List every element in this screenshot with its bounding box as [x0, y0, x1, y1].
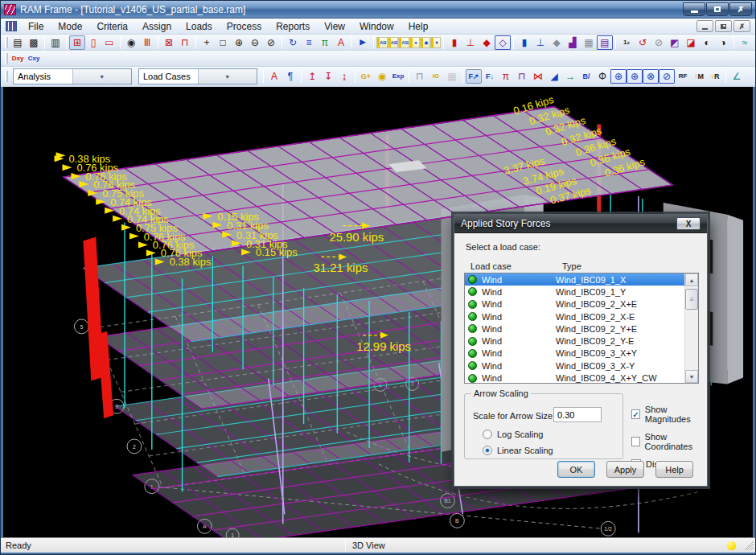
solid-red-icon[interactable]: ◆: [479, 35, 495, 50]
menu-assign[interactable]: Assign: [136, 19, 178, 34]
report-icon[interactable]: ▥: [47, 35, 64, 50]
assign-pointer-icon[interactable]: ▶: [355, 35, 371, 50]
ruler-labels-up-icon[interactable]: AB: [388, 37, 399, 48]
scrollbar-thumb[interactable]: ≡: [685, 289, 698, 310]
list-item[interactable]: WindWind_IBC09_2_X+E: [465, 298, 684, 310]
list-item[interactable]: WindWind_IBC09_2_Y+E: [465, 323, 684, 335]
mdi-restore-button[interactable]: [715, 20, 732, 32]
dialog-title-bar[interactable]: Applied Story Forces X: [454, 215, 707, 233]
help-button[interactable]: Help: [655, 461, 693, 478]
annotate-icon[interactable]: A: [266, 69, 282, 84]
dialog-close-button[interactable]: X: [676, 217, 701, 230]
list-item[interactable]: WindWind_IBC09_2_Y-E: [465, 335, 684, 347]
deck-icon[interactable]: ▤: [597, 35, 613, 50]
support-blue-icon[interactable]: ⊥: [532, 35, 549, 50]
frame-load-both-icon[interactable]: ↨: [336, 69, 352, 84]
table-red-icon[interactable]: π: [498, 69, 514, 84]
number-nodes-icon[interactable]: 1₂: [618, 35, 635, 50]
wall-red-icon[interactable]: ▮: [446, 35, 462, 50]
ruler-nodes-all-icon[interactable]: ◆: [420, 37, 430, 48]
mdi-minimize-button[interactable]: [696, 20, 713, 32]
zoom-out-icon[interactable]: ⊖: [247, 35, 263, 50]
frame-load-up-icon[interactable]: ↥: [304, 69, 320, 84]
menu-mode[interactable]: Mode: [51, 19, 88, 34]
list-item[interactable]: WindWind_IBC09_2_X-E: [465, 310, 684, 323]
mdi-close-button[interactable]: ✗: [733, 20, 750, 32]
load-case-listbox[interactable]: WindWind_IBC09_1_X WindWind_IBC09_1_Y Wi…: [464, 273, 699, 384]
slope-icon[interactable]: ∠: [729, 69, 745, 84]
chevron-down-icon[interactable]: ▼: [72, 69, 132, 84]
view-corner-icon[interactable]: ◩: [667, 35, 683, 50]
view-3d-icon[interactable]: ⊞: [69, 35, 85, 50]
mesh-icon[interactable]: ▦: [581, 35, 597, 50]
menu-help[interactable]: Help: [402, 19, 435, 34]
list-scrollbar[interactable]: ▲ ≡ ▼: [684, 273, 698, 383]
menu-window[interactable]: Window: [353, 19, 401, 34]
rotate-disabled-icon[interactable]: ⊘: [651, 35, 667, 50]
menu-loads[interactable]: Loads: [179, 19, 219, 34]
maximize-button[interactable]: [706, 2, 729, 16]
frame-gray-icon[interactable]: ⊓: [412, 69, 428, 84]
zoom-in-icon[interactable]: ⊕: [231, 35, 247, 50]
pan-icon[interactable]: +: [199, 35, 215, 50]
list-item[interactable]: WindWind_IBC09_3_X-Y: [465, 360, 684, 372]
view-elevation-icon[interactable]: ▯: [85, 35, 101, 50]
menu-criteria[interactable]: Criteria: [90, 19, 134, 34]
menu-reports[interactable]: Reports: [269, 19, 316, 34]
menu-view[interactable]: View: [318, 19, 351, 34]
support-red-icon[interactable]: ⊥: [462, 35, 479, 50]
gravity-icon[interactable]: G+: [358, 69, 374, 84]
linear-scaling-radio[interactable]: Linear Scaling: [483, 446, 553, 455]
arrow-green-icon[interactable]: →: [562, 69, 578, 84]
load-bomb-icon[interactable]: ◉: [374, 69, 390, 84]
node-moments-icon[interactable]: ⊕: [627, 69, 643, 84]
list-item[interactable]: WindWind_IBC09_1_X: [465, 273, 684, 286]
drift-y-icon[interactable]: Cxy: [26, 51, 42, 66]
node-forces-icon[interactable]: ⊕: [610, 69, 627, 84]
zoom-window-icon[interactable]: □: [215, 35, 231, 50]
mesh-disabled-icon[interactable]: ▦: [444, 69, 460, 84]
menu-process[interactable]: Process: [220, 19, 268, 34]
show-coordinates-checkbox[interactable]: Show Coordinates: [631, 432, 707, 451]
rotate-view-icon[interactable]: ↻: [285, 35, 301, 50]
view-plan-icon[interactable]: ▭: [101, 35, 117, 50]
ruler-nodes-icon[interactable]: ●: [409, 37, 420, 48]
show-magnitudes-checkbox[interactable]: ✓ Show Magnitudes: [631, 405, 707, 424]
save-icon[interactable]: ▤: [10, 35, 26, 50]
zoom-previous-icon[interactable]: ⊘: [263, 35, 279, 50]
building-icon[interactable]: A: [333, 35, 349, 50]
list-item[interactable]: WindWind_IBC09_1_Y: [465, 286, 684, 298]
applied-forces-icon[interactable]: F↗: [466, 69, 482, 84]
log-scaling-radio[interactable]: Log Scaling: [483, 430, 544, 439]
phi-icon[interactable]: Φ: [594, 69, 610, 84]
scale-arrow-size-input[interactable]: [553, 407, 602, 422]
find-icon[interactable]: ◉: [123, 35, 139, 50]
close-button[interactable]: ✗: [729, 2, 752, 16]
export-icon[interactable]: Exp: [390, 69, 406, 84]
table-view-icon[interactable]: π: [317, 35, 333, 50]
3d-viewport[interactable]: 5 4 3 2 1 6 7 B1 B 1/2 A 1: [1, 87, 755, 537]
rotate-left-icon[interactable]: ↺: [635, 35, 651, 50]
view-corner2-icon[interactable]: ◪: [683, 35, 699, 50]
scroll-up-icon[interactable]: ▲: [685, 273, 698, 286]
node-reactions-icon[interactable]: ⊗: [643, 69, 659, 84]
list-item[interactable]: WindWind_IBC09_4_X+Y_CW: [465, 372, 684, 383]
view-dropdown[interactable]: Load Cases ▼: [138, 68, 257, 84]
mode-dropdown[interactable]: Analysis ▼: [13, 68, 132, 84]
node-disp-icon[interactable]: ⊘: [659, 69, 675, 84]
ruler-marks-icon[interactable]: ▾: [430, 37, 441, 48]
ramp-icon[interactable]: ◢: [546, 69, 562, 84]
frame-select-icon[interactable]: ⊠: [161, 35, 177, 50]
scale-icon[interactable]: ≈: [737, 35, 753, 50]
results-chart-icon[interactable]: |||: [139, 35, 155, 50]
half-view2-icon[interactable]: ◑: [715, 35, 731, 50]
reaction-icon[interactable]: ↑R: [707, 69, 723, 84]
frame-view-icon[interactable]: ⊓: [177, 35, 193, 50]
wall-blue-icon[interactable]: ▮: [516, 35, 532, 50]
beam-bowtie-icon[interactable]: ⋈: [530, 69, 546, 84]
moment-icon[interactable]: ↑M: [691, 69, 707, 84]
frame-load-down-icon[interactable]: ↧: [320, 69, 336, 84]
solid-gray-icon[interactable]: ◆: [549, 35, 565, 50]
resize-grip[interactable]: [744, 541, 754, 550]
scroll-down-icon[interactable]: ▼: [685, 370, 698, 383]
